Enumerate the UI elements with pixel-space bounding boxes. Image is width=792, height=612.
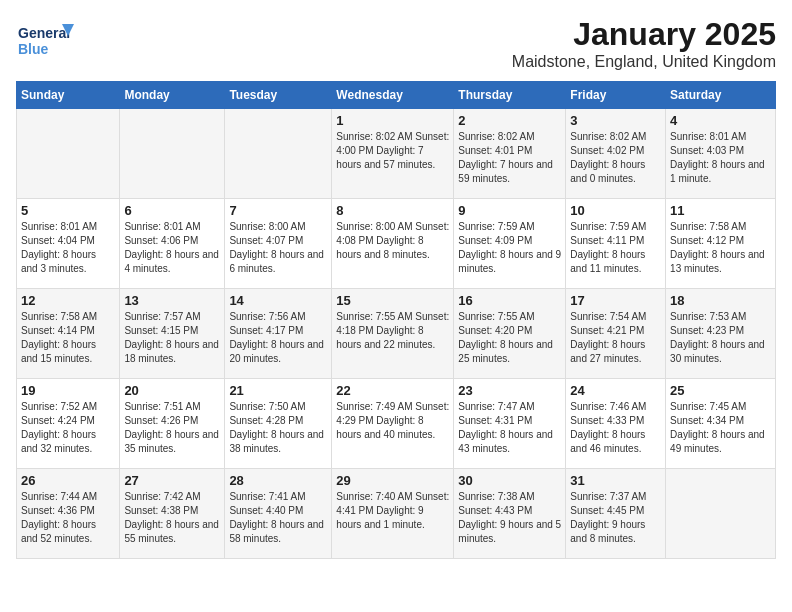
calendar-cell: 23Sunrise: 7:47 AM Sunset: 4:31 PM Dayli… — [454, 379, 566, 469]
day-number: 23 — [458, 383, 561, 398]
day-number: 15 — [336, 293, 449, 308]
day-info: Sunrise: 7:45 AM Sunset: 4:34 PM Dayligh… — [670, 400, 771, 456]
day-info: Sunrise: 7:47 AM Sunset: 4:31 PM Dayligh… — [458, 400, 561, 456]
calendar-cell — [225, 109, 332, 199]
day-number: 26 — [21, 473, 115, 488]
weekday-header-friday: Friday — [566, 82, 666, 109]
calendar-cell: 28Sunrise: 7:41 AM Sunset: 4:40 PM Dayli… — [225, 469, 332, 559]
calendar-cell: 22Sunrise: 7:49 AM Sunset: 4:29 PM Dayli… — [332, 379, 454, 469]
calendar-cell: 12Sunrise: 7:58 AM Sunset: 4:14 PM Dayli… — [17, 289, 120, 379]
calendar-table: SundayMondayTuesdayWednesdayThursdayFrid… — [16, 81, 776, 559]
calendar-cell: 11Sunrise: 7:58 AM Sunset: 4:12 PM Dayli… — [666, 199, 776, 289]
day-info: Sunrise: 7:46 AM Sunset: 4:33 PM Dayligh… — [570, 400, 661, 456]
day-info: Sunrise: 7:55 AM Sunset: 4:18 PM Dayligh… — [336, 310, 449, 352]
day-number: 24 — [570, 383, 661, 398]
calendar-cell: 30Sunrise: 7:38 AM Sunset: 4:43 PM Dayli… — [454, 469, 566, 559]
calendar-title: January 2025 — [512, 16, 776, 53]
day-info: Sunrise: 8:00 AM Sunset: 4:07 PM Dayligh… — [229, 220, 327, 276]
day-number: 31 — [570, 473, 661, 488]
day-number: 27 — [124, 473, 220, 488]
calendar-cell: 14Sunrise: 7:56 AM Sunset: 4:17 PM Dayli… — [225, 289, 332, 379]
day-number: 29 — [336, 473, 449, 488]
day-info: Sunrise: 7:58 AM Sunset: 4:12 PM Dayligh… — [670, 220, 771, 276]
calendar-cell: 17Sunrise: 7:54 AM Sunset: 4:21 PM Dayli… — [566, 289, 666, 379]
day-number: 30 — [458, 473, 561, 488]
weekday-header-row: SundayMondayTuesdayWednesdayThursdayFrid… — [17, 82, 776, 109]
day-number: 2 — [458, 113, 561, 128]
weekday-header-tuesday: Tuesday — [225, 82, 332, 109]
weekday-header-sunday: Sunday — [17, 82, 120, 109]
day-info: Sunrise: 7:54 AM Sunset: 4:21 PM Dayligh… — [570, 310, 661, 366]
day-number: 28 — [229, 473, 327, 488]
day-info: Sunrise: 8:01 AM Sunset: 4:03 PM Dayligh… — [670, 130, 771, 186]
calendar-cell: 8Sunrise: 8:00 AM Sunset: 4:08 PM Daylig… — [332, 199, 454, 289]
day-number: 14 — [229, 293, 327, 308]
calendar-cell: 19Sunrise: 7:52 AM Sunset: 4:24 PM Dayli… — [17, 379, 120, 469]
calendar-cell: 16Sunrise: 7:55 AM Sunset: 4:20 PM Dayli… — [454, 289, 566, 379]
calendar-subtitle: Maidstone, England, United Kingdom — [512, 53, 776, 71]
calendar-cell: 13Sunrise: 7:57 AM Sunset: 4:15 PM Dayli… — [120, 289, 225, 379]
day-info: Sunrise: 7:51 AM Sunset: 4:26 PM Dayligh… — [124, 400, 220, 456]
weekday-header-wednesday: Wednesday — [332, 82, 454, 109]
day-number: 9 — [458, 203, 561, 218]
calendar-cell: 10Sunrise: 7:59 AM Sunset: 4:11 PM Dayli… — [566, 199, 666, 289]
week-row-3: 12Sunrise: 7:58 AM Sunset: 4:14 PM Dayli… — [17, 289, 776, 379]
calendar-cell: 25Sunrise: 7:45 AM Sunset: 4:34 PM Dayli… — [666, 379, 776, 469]
weekday-header-saturday: Saturday — [666, 82, 776, 109]
calendar-cell: 4Sunrise: 8:01 AM Sunset: 4:03 PM Daylig… — [666, 109, 776, 199]
day-info: Sunrise: 7:50 AM Sunset: 4:28 PM Dayligh… — [229, 400, 327, 456]
day-info: Sunrise: 7:40 AM Sunset: 4:41 PM Dayligh… — [336, 490, 449, 532]
calendar-cell: 29Sunrise: 7:40 AM Sunset: 4:41 PM Dayli… — [332, 469, 454, 559]
calendar-cell: 15Sunrise: 7:55 AM Sunset: 4:18 PM Dayli… — [332, 289, 454, 379]
day-number: 17 — [570, 293, 661, 308]
day-info: Sunrise: 8:02 AM Sunset: 4:00 PM Dayligh… — [336, 130, 449, 172]
svg-text:General: General — [18, 25, 70, 41]
day-number: 13 — [124, 293, 220, 308]
page-header: General Blue January 2025 Maidstone, Eng… — [16, 16, 776, 71]
day-number: 1 — [336, 113, 449, 128]
calendar-cell: 24Sunrise: 7:46 AM Sunset: 4:33 PM Dayli… — [566, 379, 666, 469]
day-number: 19 — [21, 383, 115, 398]
calendar-cell — [666, 469, 776, 559]
week-row-4: 19Sunrise: 7:52 AM Sunset: 4:24 PM Dayli… — [17, 379, 776, 469]
day-info: Sunrise: 7:53 AM Sunset: 4:23 PM Dayligh… — [670, 310, 771, 366]
day-number: 8 — [336, 203, 449, 218]
calendar-cell: 18Sunrise: 7:53 AM Sunset: 4:23 PM Dayli… — [666, 289, 776, 379]
logo-icon: General Blue — [16, 16, 76, 66]
day-info: Sunrise: 8:01 AM Sunset: 4:06 PM Dayligh… — [124, 220, 220, 276]
weekday-header-thursday: Thursday — [454, 82, 566, 109]
day-info: Sunrise: 7:52 AM Sunset: 4:24 PM Dayligh… — [21, 400, 115, 456]
day-info: Sunrise: 7:44 AM Sunset: 4:36 PM Dayligh… — [21, 490, 115, 546]
calendar-cell: 6Sunrise: 8:01 AM Sunset: 4:06 PM Daylig… — [120, 199, 225, 289]
calendar-cell: 9Sunrise: 7:59 AM Sunset: 4:09 PM Daylig… — [454, 199, 566, 289]
day-info: Sunrise: 8:00 AM Sunset: 4:08 PM Dayligh… — [336, 220, 449, 262]
day-info: Sunrise: 7:56 AM Sunset: 4:17 PM Dayligh… — [229, 310, 327, 366]
day-info: Sunrise: 8:02 AM Sunset: 4:02 PM Dayligh… — [570, 130, 661, 186]
day-number: 5 — [21, 203, 115, 218]
week-row-5: 26Sunrise: 7:44 AM Sunset: 4:36 PM Dayli… — [17, 469, 776, 559]
calendar-cell: 26Sunrise: 7:44 AM Sunset: 4:36 PM Dayli… — [17, 469, 120, 559]
calendar-cell: 2Sunrise: 8:02 AM Sunset: 4:01 PM Daylig… — [454, 109, 566, 199]
day-number: 4 — [670, 113, 771, 128]
calendar-cell: 5Sunrise: 8:01 AM Sunset: 4:04 PM Daylig… — [17, 199, 120, 289]
day-number: 10 — [570, 203, 661, 218]
calendar-cell: 7Sunrise: 8:00 AM Sunset: 4:07 PM Daylig… — [225, 199, 332, 289]
calendar-cell: 3Sunrise: 8:02 AM Sunset: 4:02 PM Daylig… — [566, 109, 666, 199]
week-row-1: 1Sunrise: 8:02 AM Sunset: 4:00 PM Daylig… — [17, 109, 776, 199]
day-number: 3 — [570, 113, 661, 128]
day-info: Sunrise: 7:57 AM Sunset: 4:15 PM Dayligh… — [124, 310, 220, 366]
calendar-cell: 21Sunrise: 7:50 AM Sunset: 4:28 PM Dayli… — [225, 379, 332, 469]
day-number: 6 — [124, 203, 220, 218]
day-number: 7 — [229, 203, 327, 218]
day-info: Sunrise: 7:38 AM Sunset: 4:43 PM Dayligh… — [458, 490, 561, 546]
calendar-cell: 20Sunrise: 7:51 AM Sunset: 4:26 PM Dayli… — [120, 379, 225, 469]
day-info: Sunrise: 7:49 AM Sunset: 4:29 PM Dayligh… — [336, 400, 449, 442]
day-info: Sunrise: 7:59 AM Sunset: 4:11 PM Dayligh… — [570, 220, 661, 276]
calendar-cell: 1Sunrise: 8:02 AM Sunset: 4:00 PM Daylig… — [332, 109, 454, 199]
day-info: Sunrise: 8:01 AM Sunset: 4:04 PM Dayligh… — [21, 220, 115, 276]
weekday-header-monday: Monday — [120, 82, 225, 109]
day-info: Sunrise: 8:02 AM Sunset: 4:01 PM Dayligh… — [458, 130, 561, 186]
day-number: 21 — [229, 383, 327, 398]
day-number: 22 — [336, 383, 449, 398]
day-info: Sunrise: 7:55 AM Sunset: 4:20 PM Dayligh… — [458, 310, 561, 366]
